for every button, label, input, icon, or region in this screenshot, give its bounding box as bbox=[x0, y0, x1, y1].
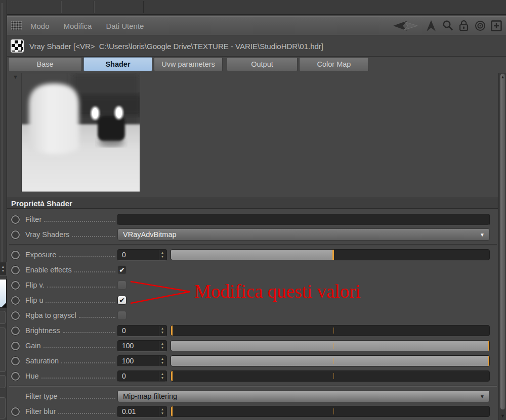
keyframe-circle[interactable] bbox=[11, 326, 20, 335]
exposure-input[interactable] bbox=[118, 250, 153, 259]
dotted-leader bbox=[59, 256, 115, 257]
shader-properties-content: ▼ bbox=[7, 72, 506, 420]
parameter-list: Filter Vray Shaders VRayAdvBitmap ▼ bbox=[11, 212, 490, 419]
param-row-flip-v: Flip v. bbox=[11, 277, 490, 293]
titlebar: Vray Shader [<VR> C:\Users\loris\Google … bbox=[7, 36, 506, 57]
slider-handle[interactable] bbox=[488, 341, 489, 351]
menu-modifica[interactable]: Modifica bbox=[64, 22, 92, 30]
keyframe-circle[interactable] bbox=[11, 266, 20, 274]
dotted-leader bbox=[79, 317, 115, 318]
filter-blur-input[interactable] bbox=[118, 407, 153, 416]
keyframe-circle[interactable] bbox=[11, 281, 20, 290]
keyframe-circle[interactable] bbox=[11, 215, 20, 224]
keyframe-circle[interactable] bbox=[11, 407, 20, 416]
chevron-down-icon: ▼ bbox=[480, 394, 485, 399]
keyframe-circle[interactable] bbox=[11, 251, 20, 259]
tab-strip-divider bbox=[61, 1, 61, 13]
tab-strip-divider bbox=[94, 1, 94, 13]
keyframe-circle[interactable] bbox=[11, 357, 20, 365]
param-row-brightness: Brightness ▲▼ bbox=[11, 323, 490, 338]
section-header: Proprietà Shader bbox=[7, 198, 498, 209]
spinner-stepper[interactable]: ▲▼ bbox=[159, 326, 165, 336]
hue-slider[interactable] bbox=[171, 370, 490, 382]
panel-grip-icon[interactable] bbox=[11, 21, 22, 30]
vertical-scrollbar[interactable]: ▲ ▼ bbox=[498, 73, 506, 420]
flip-u-checkbox[interactable]: ✔ bbox=[117, 296, 126, 305]
dropdown-value: Mip-map filtering bbox=[123, 392, 177, 400]
slider-handle[interactable] bbox=[171, 406, 173, 416]
scroll-up-icon[interactable]: ▲ bbox=[500, 75, 505, 79]
param-row-filter-blur: Filter blur ▲▼ bbox=[11, 404, 490, 419]
keyframe-circle[interactable] bbox=[11, 230, 20, 239]
param-label: Flip v. bbox=[25, 281, 45, 289]
param-row-enable-effects: Enable effects ✔ bbox=[11, 262, 490, 277]
slider-handle[interactable] bbox=[488, 356, 489, 366]
target-icon[interactable] bbox=[474, 20, 486, 32]
keyframe-circle[interactable] bbox=[11, 342, 20, 350]
keyframe-circle[interactable] bbox=[11, 311, 20, 320]
tab-shader[interactable]: Shader bbox=[83, 57, 152, 71]
dotted-leader bbox=[60, 398, 115, 399]
history-back-forward-icon[interactable] bbox=[389, 20, 420, 32]
dotted-leader bbox=[44, 347, 115, 348]
panel-tab-strip bbox=[7, 0, 506, 15]
filter-type-dropdown[interactable]: Mip-map filtering ▼ bbox=[117, 390, 490, 402]
keyframe-circle[interactable] bbox=[11, 372, 20, 381]
add-panel-icon[interactable] bbox=[490, 20, 502, 32]
shader-preview-image[interactable] bbox=[21, 73, 140, 192]
search-icon[interactable] bbox=[442, 20, 454, 32]
spinner-stepper[interactable]: ▲▼ bbox=[159, 341, 165, 351]
spinner-stepper[interactable]: ▲▼ bbox=[159, 250, 165, 260]
adjacent-panel-fragment bbox=[0, 311, 6, 324]
param-row-rgba-to-grayscl: Rgba to grayscl bbox=[11, 308, 490, 323]
param-row-filter-type: Filter type Mip-map filtering ▼ bbox=[11, 389, 490, 404]
brightness-slider[interactable] bbox=[171, 325, 490, 336]
select-arrow-icon[interactable] bbox=[425, 20, 438, 32]
spinner-stepper[interactable]: ▲▼ bbox=[159, 371, 165, 381]
scroll-down-icon[interactable]: ▼ bbox=[499, 413, 506, 418]
adjacent-panel-fragment: ▲▼ bbox=[0, 262, 7, 276]
scrollbar-thumb[interactable]: ▲ bbox=[500, 73, 505, 410]
keyframe-circle[interactable] bbox=[11, 296, 20, 305]
tab-color-map[interactable]: Color Map bbox=[299, 57, 369, 71]
filter-blur-slider[interactable] bbox=[171, 406, 490, 417]
chevron-down-icon: ▼ bbox=[480, 232, 485, 238]
group-separator bbox=[11, 242, 490, 247]
param-label: Filter type bbox=[25, 392, 58, 400]
spinner-stepper[interactable]: ▲▼ bbox=[159, 356, 165, 366]
tab-output[interactable]: Output bbox=[227, 57, 298, 71]
filter-input[interactable] bbox=[117, 214, 490, 225]
brightness-input[interactable] bbox=[118, 326, 153, 335]
slider-handle[interactable] bbox=[171, 325, 173, 336]
flip-v-checkbox[interactable] bbox=[117, 281, 126, 290]
slider-fill bbox=[171, 250, 333, 260]
tab-base[interactable]: Base bbox=[8, 57, 82, 71]
dotted-leader bbox=[72, 236, 115, 237]
gain-slider[interactable] bbox=[171, 340, 490, 351]
rgba-to-grayscl-checkbox[interactable] bbox=[117, 311, 126, 320]
filter-blur-field: ▲▼ bbox=[117, 406, 167, 417]
slider-fill bbox=[171, 341, 489, 351]
hue-input[interactable] bbox=[118, 371, 153, 381]
menu-dati-utente[interactable]: Dati Utente bbox=[106, 22, 144, 30]
menu-modo[interactable]: Modo bbox=[30, 22, 50, 30]
exposure-slider[interactable] bbox=[171, 249, 490, 260]
panel-divider bbox=[2, 3, 3, 262]
dotted-leader bbox=[46, 302, 115, 303]
lock-icon[interactable] bbox=[458, 20, 470, 32]
gain-input[interactable] bbox=[118, 341, 153, 350]
saturation-input[interactable] bbox=[118, 356, 153, 365]
param-row-exposure: Exposure ▲▼ bbox=[11, 247, 490, 262]
slider-handle[interactable] bbox=[171, 371, 173, 381]
adjacent-color-swatch-fragment bbox=[0, 279, 7, 308]
saturation-slider[interactable] bbox=[171, 355, 490, 366]
param-row-hue: Hue ▲▼ bbox=[11, 368, 490, 384]
attribute-manager: Modo Modifica Dati Utente bbox=[7, 0, 506, 420]
tab-uvw-parameters[interactable]: Uvw parameters bbox=[154, 57, 223, 71]
dotted-leader bbox=[47, 287, 115, 288]
enable-effects-checkbox[interactable]: ✔ bbox=[117, 265, 126, 274]
spinner-stepper[interactable]: ▲▼ bbox=[159, 407, 165, 416]
slider-handle[interactable] bbox=[332, 250, 334, 260]
collapse-preview-icon[interactable]: ▼ bbox=[13, 74, 18, 80]
vray-shaders-dropdown[interactable]: VRayAdvBitmap ▼ bbox=[117, 228, 490, 241]
